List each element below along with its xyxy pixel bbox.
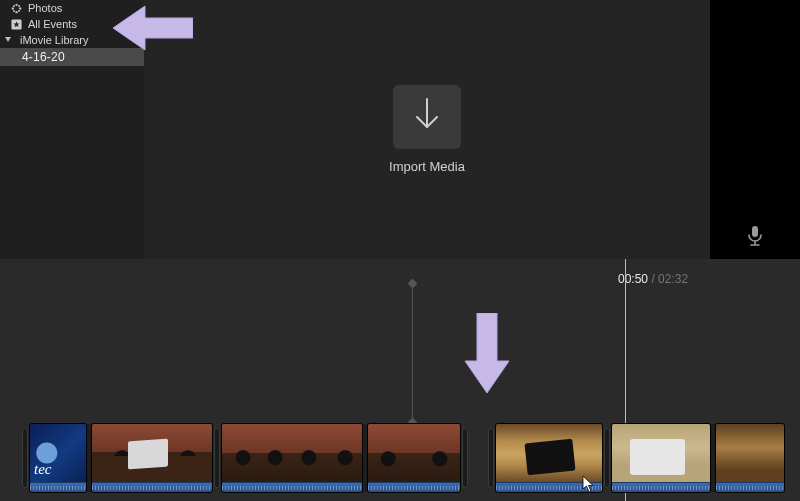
cut-marker[interactable] — [412, 283, 413, 423]
clip-audio-waveform — [612, 482, 710, 492]
clip-thumbnail — [612, 424, 710, 482]
clip-edge-handle[interactable] — [462, 428, 468, 488]
timeline-clips-row — [0, 419, 800, 497]
svg-point-1 — [15, 10, 17, 12]
sidebar-item-label: Photos — [28, 2, 62, 14]
svg-point-3 — [18, 7, 20, 9]
clip-audio-waveform — [92, 482, 212, 492]
clip-audio-waveform — [222, 482, 362, 492]
timeline-clip[interactable] — [612, 424, 710, 492]
clip-audio-waveform — [368, 482, 460, 492]
import-media-label: Import Media — [389, 159, 465, 174]
sidebar-item-all-events[interactable]: All Events — [0, 16, 144, 32]
preview-panel — [710, 0, 800, 259]
clip-edge-handle[interactable] — [214, 428, 220, 488]
clip-thumbnail — [30, 424, 86, 482]
import-media-button[interactable]: Import Media — [389, 85, 465, 174]
clip-group-2 — [486, 424, 784, 492]
clip-thumbnail — [368, 424, 460, 482]
clip-audio-waveform — [716, 482, 784, 492]
total-time: 02:32 — [658, 272, 688, 286]
svg-point-7 — [18, 10, 20, 12]
svg-point-2 — [11, 7, 13, 9]
download-arrow-icon — [410, 95, 444, 139]
timeline-clip[interactable] — [222, 424, 362, 492]
svg-rect-10 — [752, 226, 758, 237]
microphone-icon[interactable] — [746, 225, 764, 251]
timeline-clip[interactable] — [368, 424, 460, 492]
clip-group-1 — [20, 424, 470, 492]
clip-edge-handle[interactable] — [22, 428, 28, 488]
svg-point-4 — [12, 4, 14, 6]
timeline-clip[interactable] — [30, 424, 86, 492]
current-time: 00:50 — [618, 272, 648, 286]
clip-edge-handle[interactable] — [604, 428, 610, 488]
photos-icon — [10, 2, 22, 14]
sidebar-item-photos[interactable]: Photos — [0, 0, 144, 16]
clip-audio-waveform — [30, 482, 86, 492]
clip-thumbnail — [92, 424, 212, 482]
timeline-clip[interactable] — [716, 424, 784, 492]
clip-edge-handle[interactable] — [488, 428, 494, 488]
svg-point-5 — [18, 4, 20, 6]
sidebar-event-label: 4-16-20 — [22, 50, 65, 64]
svg-point-6 — [12, 10, 14, 12]
timeline: 00:50 / 02:32 — [0, 259, 800, 501]
clip-thumbnail — [496, 424, 602, 482]
star-box-icon — [10, 18, 22, 30]
svg-point-0 — [15, 3, 17, 5]
library-sidebar: Photos All Events iMovie Library 4-16-20 — [0, 0, 144, 259]
clip-audio-waveform — [496, 482, 602, 492]
time-separator: / — [651, 272, 654, 286]
clip-thumbnail — [716, 424, 784, 482]
disclosure-triangle-icon — [2, 34, 14, 46]
timeline-clip[interactable] — [92, 424, 212, 492]
sidebar-item-label: All Events — [28, 18, 77, 30]
sidebar-item-label: iMovie Library — [20, 34, 88, 46]
timeline-clip[interactable] — [496, 424, 602, 492]
media-browser: Import Media — [144, 0, 710, 259]
sidebar-event-selected[interactable]: 4-16-20 — [0, 48, 144, 66]
time-readout: 00:50 / 02:32 — [618, 272, 688, 286]
sidebar-item-imovie-library[interactable]: iMovie Library — [0, 32, 144, 48]
clip-thumbnail — [222, 424, 362, 482]
